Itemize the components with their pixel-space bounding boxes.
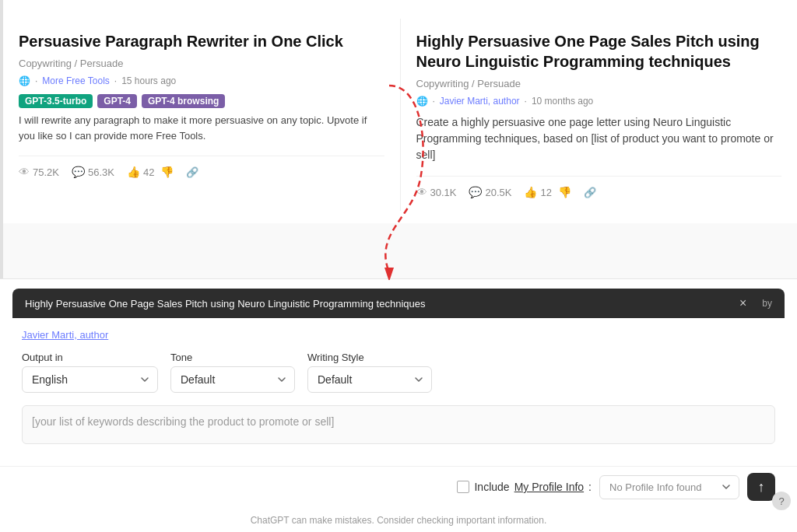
colon: : [588, 481, 592, 493]
thumbup-icon-2: 👍 [524, 186, 537, 198]
card-1-meta-link[interactable]: More Free Tools [42, 75, 109, 86]
tone-select[interactable]: Default [170, 366, 295, 393]
card-2-link[interactable]: 🔗 [584, 187, 596, 198]
card-1-link[interactable]: 🔗 [186, 166, 198, 178]
style-control: Writing Style Default [307, 352, 432, 393]
card-2-meta-time: 10 months ago [532, 96, 593, 107]
card-1-comments: 💬 56.3K [72, 166, 114, 178]
card-1-meta-time: 15 hours ago [121, 75, 176, 86]
thumbup-icon-1: 👍 [127, 166, 140, 178]
panel-title: Highly Persuasive One Page Sales Pitch u… [25, 298, 730, 310]
card-1-comments-count: 56.3K [88, 166, 114, 178]
tag-gpt4: GPT-4 [97, 94, 137, 108]
card-1-footer: 👁 75.2K 💬 56.3K 👍 42 👎 🔗 [19, 156, 384, 178]
include-label: Include [474, 481, 509, 493]
card-2-title: Highly Persuasive One Page Sales Pitch u… [416, 31, 782, 72]
card-1-title: Persuasive Paragraph Rewriter in One Cli… [19, 31, 384, 51]
card-2-meta-dot2: · [525, 96, 527, 107]
panel-by-label: by [762, 298, 772, 309]
card-2-views: 👁 30.1K [416, 186, 457, 198]
card-2-meta-link[interactable]: Javier Marti, author [440, 96, 520, 107]
thumbdown-icon-2: 👎 [558, 186, 571, 198]
card-2-meta: 🌐 · Javier Marti, author · 10 months ago [416, 96, 782, 107]
tone-label: Tone [170, 352, 295, 363]
card-2-desc: Create a highly persuasive one page lett… [416, 114, 782, 163]
link-icon-2: 🔗 [584, 187, 596, 198]
card-1-likes: 👍 42 👎 [127, 166, 174, 178]
card-2-comments-count: 20.5K [485, 187, 511, 198]
profile-info-link[interactable]: My Profile Info [514, 481, 584, 493]
controls-row: Output in English Tone Default Writing S… [22, 352, 775, 393]
card-1-meta-dot2: · [114, 75, 117, 86]
tag-gpt4-browsing: GPT-4 browsing [142, 94, 225, 108]
bottom-panel: Highly Persuasive One Page Sales Pitch u… [0, 278, 797, 532]
link-icon-1: 🔗 [186, 166, 198, 178]
profile-select-wrap: No Profile Info found [599, 475, 739, 499]
card-1-views: 👁 75.2K [19, 166, 59, 178]
bottom-row: Include My Profile Info : No Profile Inf… [0, 466, 797, 510]
card-1-desc-inline: I will rewrite any paragraph to make it … [19, 113, 384, 143]
output-control: Output in English [22, 352, 158, 393]
output-select[interactable]: English [22, 366, 158, 393]
eye-icon-1: 👁 [19, 166, 30, 178]
card-2-meta-dot: · [433, 96, 435, 107]
card-2-likes-count: 12 [540, 187, 551, 198]
card-1: Persuasive Paragraph Rewriter in One Cli… [19, 19, 401, 211]
profile-checkbox-group: Include My Profile Info : [457, 481, 592, 493]
card-1-meta: 🌐 · More Free Tools · 15 hours ago [19, 75, 384, 86]
card-1-views-count: 75.2K [33, 166, 59, 178]
footer-note: ChatGPT can make mistakes. Consider chec… [0, 510, 797, 532]
card-1-tags: GPT-3.5-turbo GPT-4 GPT-4 browsing I wil… [19, 94, 384, 143]
output-label: Output in [22, 352, 158, 363]
thumbdown-icon-1: 👎 [160, 166, 174, 178]
comment-icon-2: 💬 [469, 186, 482, 198]
card-2-category: Copywriting / Persuade [416, 78, 782, 89]
submit-button[interactable]: ↑ [747, 473, 775, 501]
tag-gpt35: GPT-3.5-turbo [19, 94, 93, 108]
panel-close-button[interactable]: × [736, 296, 750, 310]
card-2: Highly Persuasive One Page Sales Pitch u… [401, 19, 782, 211]
comment-icon-1: 💬 [72, 166, 85, 178]
card-2-comments: 💬 20.5K [469, 186, 511, 198]
card-1-category: Copywriting / Persuade [19, 58, 384, 69]
panel-header: Highly Persuasive One Page Sales Pitch u… [12, 289, 785, 318]
style-select[interactable]: Default [307, 366, 432, 393]
card-2-views-count: 30.1K [430, 187, 457, 198]
panel-author-link[interactable]: Javier Marti, author [22, 329, 108, 341]
card-2-likes: 👍 12 👎 [524, 186, 571, 198]
tone-control: Tone Default [170, 352, 295, 393]
card-1-meta-dot: · [35, 75, 37, 86]
cards-area: Persuasive Paragraph Rewriter in One Cli… [0, 0, 797, 223]
style-label: Writing Style [307, 352, 432, 363]
panel-body: Javier Marti, author Output in English T… [0, 318, 797, 466]
prompt-input[interactable]: [your list of keywords describing the pr… [22, 405, 775, 444]
profile-dropdown[interactable]: No Profile Info found [599, 475, 739, 499]
card-1-likes-count: 42 [143, 166, 154, 178]
globe-icon-2: 🌐 [416, 96, 428, 107]
profile-checkbox[interactable] [457, 481, 469, 493]
card-2-footer: 👁 30.1K 💬 20.5K 👍 12 👎 🔗 [416, 176, 782, 198]
globe-icon-1: 🌐 [19, 75, 30, 86]
eye-icon-2: 👁 [416, 186, 427, 198]
help-button[interactable]: ? [772, 492, 791, 510]
